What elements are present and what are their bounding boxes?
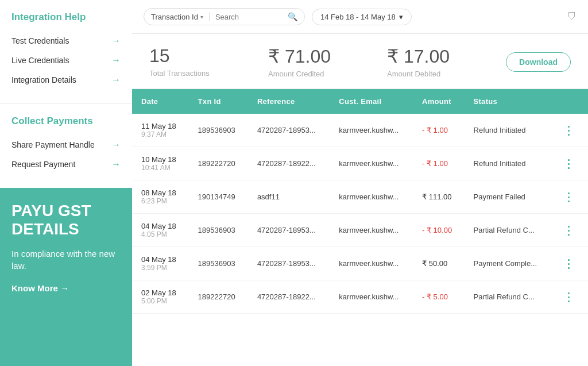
- sidebar-item-test-credentials[interactable]: Test Credentials→: [11, 31, 121, 51]
- col-header-txn-id: Txn Id: [189, 89, 248, 114]
- amount-cell: - ₹ 1.00: [413, 114, 464, 147]
- amount-debited-label: Amount Debited: [387, 70, 506, 78]
- date-range-label: 14 Feb 18 - 14 May 18: [320, 13, 396, 21]
- txn-id-dropdown[interactable]: Transaction Id ▾: [151, 13, 203, 21]
- col-header-date: Date: [132, 89, 189, 114]
- status-cell: Partial Refund C...: [465, 214, 552, 247]
- gst-banner: PAYU GST DETAILS In compliance with the …: [0, 188, 132, 366]
- date-value: 08 May 18: [141, 188, 180, 197]
- sidebar-item-label: Request Payment: [11, 160, 75, 169]
- integration-title: Integration Help: [11, 11, 121, 23]
- actions-cell[interactable]: ⋮: [551, 247, 588, 280]
- total-transactions-stat: 15 Total Transactions: [149, 45, 268, 78]
- sidebar-item-integration-details[interactable]: Integration Details→: [11, 70, 121, 90]
- date-cell: 11 May 18 9:37 AM: [132, 114, 189, 147]
- table-row: 10 May 18 10:41 AM 189222720 4720287-189…: [132, 147, 588, 180]
- more-options-button[interactable]: ⋮: [560, 290, 577, 304]
- actions-cell[interactable]: ⋮: [551, 147, 588, 180]
- amount-debited-stat: ₹ 17.00 Amount Debited: [387, 45, 506, 78]
- email-cell: karmveer.kushw...: [330, 180, 413, 214]
- col-header-reference: Reference: [248, 89, 330, 114]
- table-row: 04 May 18 4:05 PM 189536903 4720287-1895…: [132, 214, 588, 247]
- sidebar-item-share-payment-handle[interactable]: Share Payment Handle→: [11, 135, 121, 155]
- more-options-button[interactable]: ⋮: [560, 257, 577, 271]
- date-value: 04 May 18: [141, 222, 180, 230]
- col-header-cust--email: Cust. Email: [330, 89, 413, 114]
- more-options-button[interactable]: ⋮: [560, 157, 577, 171]
- col-header-amount: Amount: [413, 89, 464, 114]
- total-transactions-value: 15: [149, 45, 268, 67]
- txn-id-cell: 190134749: [189, 180, 248, 214]
- search-input[interactable]: [215, 13, 284, 21]
- date-value: 11 May 18: [141, 122, 180, 130]
- arrow-icon: →: [111, 159, 121, 169]
- date-value: 10 May 18: [141, 155, 180, 164]
- collect-title: Collect Payments: [11, 115, 121, 127]
- reference-cell: 4720287-18953...: [248, 214, 330, 247]
- date-value: 02 May 18: [141, 288, 180, 297]
- search-bar[interactable]: Transaction Id ▾ 🔍: [144, 8, 305, 25]
- date-cell: 04 May 18 3:59 PM: [132, 247, 189, 280]
- more-options-button[interactable]: ⋮: [560, 124, 577, 137]
- transactions-table: DateTxn IdReferenceCust. EmailAmountStat…: [132, 89, 588, 314]
- table-header: DateTxn IdReferenceCust. EmailAmountStat…: [132, 89, 588, 114]
- status-cell: Partial Refund C...: [465, 280, 552, 314]
- time-value: 6:23 PM: [141, 197, 180, 205]
- topbar: Transaction Id ▾ 🔍 14 Feb 18 - 14 May 18…: [132, 0, 588, 34]
- search-divider: [209, 12, 210, 21]
- sidebar-item-request-payment[interactable]: Request Payment→: [11, 155, 121, 174]
- txn-id-cell: 189222720: [189, 147, 248, 180]
- amount-cell: - ₹ 10.00: [413, 214, 464, 247]
- email-cell: karmveer.kushw...: [330, 214, 413, 247]
- time-value: 4:05 PM: [141, 230, 180, 238]
- arrow-icon: →: [111, 55, 121, 66]
- table-row: 08 May 18 6:23 PM 190134749 asdf11 karmv…: [132, 180, 588, 214]
- reference-cell: 4720287-18922...: [248, 147, 330, 180]
- txn-id-cell: 189536903: [189, 247, 248, 280]
- amount-cell: - ₹ 5.00: [413, 280, 464, 314]
- txn-id-cell: 189536903: [189, 114, 248, 147]
- actions-cell[interactable]: ⋮: [551, 180, 588, 214]
- txn-id-cell: 189536903: [189, 214, 248, 247]
- date-filter[interactable]: 14 Feb 18 - 14 May 18 ▾: [312, 9, 412, 25]
- download-button[interactable]: Download: [506, 52, 571, 72]
- email-cell: karmveer.kushw...: [330, 114, 413, 147]
- reference-cell: 4720287-18922...: [248, 280, 330, 314]
- transactions-table-container: DateTxn IdReferenceCust. EmailAmountStat…: [132, 89, 588, 366]
- email-cell: karmveer.kushw...: [330, 247, 413, 280]
- status-cell: Refund Initiated: [465, 114, 552, 147]
- time-value: 5:00 PM: [141, 297, 180, 305]
- actions-cell[interactable]: ⋮: [551, 280, 588, 314]
- actions-cell[interactable]: ⋮: [551, 114, 588, 147]
- col-header-status: Status: [465, 89, 552, 114]
- amount-cell: - ₹ 1.00: [413, 147, 464, 180]
- date-value: 04 May 18: [141, 255, 180, 264]
- table-row: 11 May 18 9:37 AM 189536903 4720287-1895…: [132, 114, 588, 147]
- time-value: 10:41 AM: [141, 164, 180, 172]
- actions-cell[interactable]: ⋮: [551, 214, 588, 247]
- col-header-actions: [551, 89, 588, 114]
- table-body: 11 May 18 9:37 AM 189536903 4720287-1895…: [132, 114, 588, 314]
- gst-link[interactable]: Know More →: [11, 283, 121, 293]
- date-cell: 08 May 18 6:23 PM: [132, 180, 189, 214]
- date-cell: 02 May 18 5:00 PM: [132, 280, 189, 314]
- amount-credited-value: ₹ 71.00: [268, 45, 387, 67]
- filter-icon[interactable]: ⛉: [567, 11, 577, 22]
- more-options-button[interactable]: ⋮: [560, 190, 577, 204]
- collect-section: Collect Payments Share Payment Handle→Re…: [0, 104, 132, 183]
- main-content: Transaction Id ▾ 🔍 14 Feb 18 - 14 May 18…: [132, 0, 588, 366]
- sidebar-item-label: Live Credentials: [11, 56, 69, 65]
- arrow-icon: →: [111, 36, 121, 46]
- more-options-button[interactable]: ⋮: [560, 224, 577, 237]
- amount-cell: ₹ 50.00: [413, 247, 464, 280]
- date-cell: 10 May 18 10:41 AM: [132, 147, 189, 180]
- table-row: 04 May 18 3:59 PM 189536903 4720287-1895…: [132, 247, 588, 280]
- gst-title: PAYU GST DETAILS: [11, 202, 121, 238]
- sidebar-item-label: Integration Details: [11, 75, 76, 84]
- txn-dropdown-chevron: ▾: [200, 14, 203, 20]
- email-cell: karmveer.kushw...: [330, 280, 413, 314]
- arrow-icon: →: [111, 140, 121, 150]
- time-value: 9:37 AM: [141, 130, 180, 138]
- sidebar-item-live-credentials[interactable]: Live Credentials→: [11, 51, 121, 70]
- sidebar: Integration Help Test Credentials→Live C…: [0, 0, 132, 366]
